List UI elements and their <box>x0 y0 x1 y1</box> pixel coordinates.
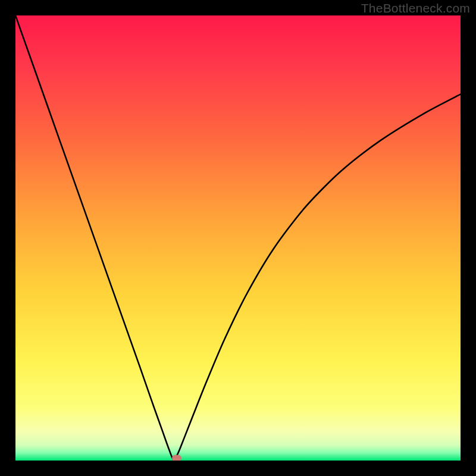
chart-plot-area <box>15 15 461 461</box>
watermark-text: TheBottleneck.com <box>361 1 470 15</box>
optimal-point-marker <box>172 455 181 461</box>
bottleneck-curve <box>15 15 461 461</box>
